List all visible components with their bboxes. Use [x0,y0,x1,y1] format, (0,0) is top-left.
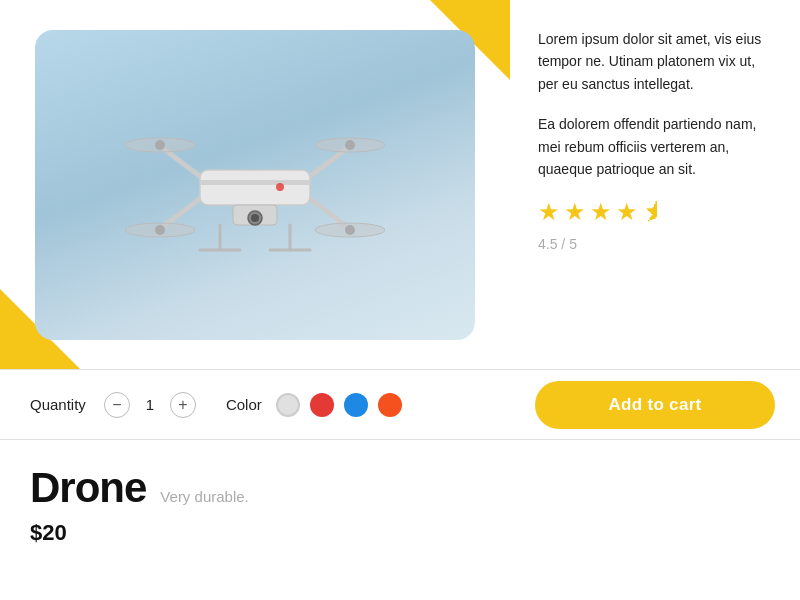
product-title: Drone [30,464,146,512]
svg-line-3 [305,195,345,225]
color-section: Color [226,393,402,417]
color-option-orange[interactable] [378,393,402,417]
quantity-value: 1 [140,396,160,413]
svg-point-8 [155,140,165,150]
color-label: Color [226,396,262,413]
description-area: Lorem ipsum dolor sit amet, vis eius tem… [510,0,800,369]
svg-point-10 [155,225,165,235]
star-half: ⯨ [642,198,666,226]
add-to-cart-section: Add to cart [510,381,800,429]
color-option-red[interactable] [310,393,334,417]
rating-value: 4.5 / 5 [538,236,770,252]
drone-image [35,30,475,340]
star-4: ★ [616,198,638,226]
svg-point-9 [345,140,355,150]
star-3: ★ [590,198,612,226]
svg-line-0 [165,150,205,180]
svg-point-16 [251,214,259,222]
quantity-increase-button[interactable]: + [170,392,196,418]
drone-illustration [125,85,385,285]
color-option-white[interactable] [276,393,300,417]
description-paragraph-2: Ea dolorem offendit partiendo nam, mei r… [538,113,770,180]
description-paragraph-1: Lorem ipsum dolor sit amet, vis eius tem… [538,28,770,95]
product-info: Drone Very durable. $20 [0,440,800,546]
svg-line-2 [165,195,205,225]
product-price: $20 [30,520,770,546]
star-1: ★ [538,198,560,226]
quantity-label: Quantity [30,396,86,413]
color-option-blue[interactable] [344,393,368,417]
product-title-row: Drone Very durable. [30,464,770,512]
svg-line-1 [305,150,345,180]
svg-rect-12 [200,170,310,205]
product-image-area [0,0,510,369]
quantity-section: Quantity − 1 + Color [0,392,510,418]
svg-point-21 [276,183,284,191]
rating-stars: ★ ★ ★ ★ ⯨ [538,198,770,226]
svg-point-11 [345,225,355,235]
product-subtitle: Very durable. [160,488,248,505]
add-to-cart-button[interactable]: Add to cart [535,381,775,429]
svg-rect-13 [200,180,310,185]
controls-bar: Quantity − 1 + Color Add to cart [0,370,800,440]
quantity-decrease-button[interactable]: − [104,392,130,418]
star-2: ★ [564,198,586,226]
